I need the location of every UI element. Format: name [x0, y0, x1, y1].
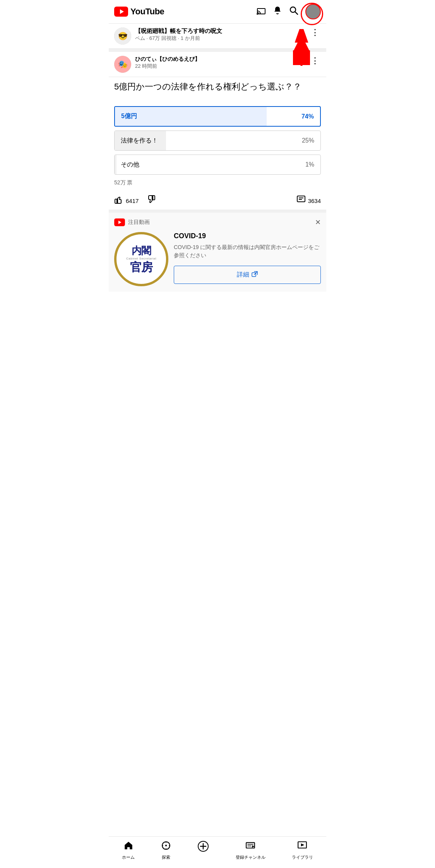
youtube-logo-icon [114, 7, 128, 17]
covid-detail-label: 詳細 [237, 271, 249, 279]
external-link-icon [252, 271, 258, 278]
search-icon[interactable] [289, 6, 298, 17]
covid-description: COVID-19 に関する最新の情報は内閣官房ホームページをご参照ください [174, 243, 321, 260]
dislike-button[interactable] [146, 195, 156, 206]
svg-rect-10 [297, 196, 305, 202]
video-more-button[interactable]: ⋮ [309, 28, 321, 38]
video-channel-views: ペム · 67万 回視聴 · 1 か月前 [135, 35, 305, 42]
covid-content: 内閣 Cabinet Secretariat 官房 COVID-19 COVID… [114, 232, 321, 286]
covid-card-header-left: 注目動画 [114, 218, 150, 226]
video-channel-avatar[interactable]: 😎 [114, 28, 131, 45]
poll-option-1[interactable]: 5億円 74% [114, 106, 321, 127]
community-post: 🎭 ひのてぃ【ひのめるえび】 22 時間前 ⋮ 5億円か一つの法律を作れる権利ど… [109, 52, 326, 213]
poll-label-3: その他 [121, 161, 139, 169]
header-actions [257, 4, 321, 19]
covid-title: COVID-19 [174, 232, 321, 240]
covid-logo: 内閣 Cabinet Secretariat 官房 [114, 232, 168, 286]
comment-count: 3634 [308, 198, 321, 204]
app-title: YouTube [130, 7, 164, 17]
svg-line-5 [295, 12, 298, 15]
covid-logo-circle: 内閣 Cabinet Secretariat 官房 [114, 232, 168, 286]
covid-logo-bot-text: 官房 [130, 261, 152, 273]
video-title: 【呪術廻戦】帳を下ろす時の呪文 [135, 28, 305, 35]
section-divider [109, 49, 326, 52]
svg-point-3 [257, 14, 258, 14]
poll-label-2: 法律を作る！ [121, 137, 158, 145]
poll-pct-2: 25% [302, 137, 314, 144]
post-meta: ひのてぃ【ひのめるえび】 22 時間前 [135, 56, 305, 70]
poll-pct-1: 74% [301, 113, 314, 120]
covid-close-button[interactable]: ✕ [315, 218, 321, 227]
thumbs-down-icon [146, 195, 156, 206]
covid-yt-logo [114, 218, 125, 226]
covid-card: 注目動画 ✕ 内閣 Cabinet Secretariat 官房 COVID-1… [109, 213, 326, 292]
poll-container: 5億円 74% 法律を作る！ 25% その他 1% [109, 106, 326, 175]
poll-option-3[interactable]: その他 1% [114, 155, 321, 175]
covid-text: COVID-19 COVID-19 に関する最新の情報は内閣官房ホームページをご… [174, 232, 321, 286]
covid-card-header: 注目動画 ✕ [114, 218, 321, 227]
comment-icon [296, 195, 306, 206]
covid-detail-button[interactable]: 詳細 [174, 266, 321, 284]
video-info: 【呪術廻戦】帳を下ろす時の呪文 ペム · 67万 回視聴 · 1 か月前 [135, 28, 305, 42]
logo-container: YouTube [114, 7, 164, 17]
user-avatar[interactable] [305, 4, 321, 19]
post-header: 🎭 ひのてぃ【ひのめるえび】 22 時間前 ⋮ [109, 52, 326, 77]
post-more-button[interactable]: ⋮ [309, 56, 321, 66]
poll-option-2[interactable]: 法律を作る！ 25% [114, 131, 321, 151]
like-button[interactable]: 6417 [114, 195, 139, 206]
thumbs-up-icon [114, 195, 123, 206]
cast-icon[interactable] [257, 6, 266, 17]
covid-logo-top-text: 内閣 [132, 246, 151, 256]
covid-card-label: 注目動画 [128, 219, 150, 226]
post-channel-name: ひのてぃ【ひのめるえび】 [135, 56, 305, 63]
covid-logo-mid-text: Cabinet Secretariat [126, 257, 156, 260]
post-question-text: 5億円か一つの法律を作れる権利どっち選ぶ？？ [114, 80, 321, 93]
post-question-container: 5億円か一つの法律を作れる権利どっち選ぶ？？ [109, 77, 326, 106]
post-actions: 6417 3634 [109, 192, 326, 213]
video-list-item: 😎 【呪術廻戦】帳を下ろす時の呪文 ペム · 67万 回視聴 · 1 か月前 ⋮ [109, 24, 326, 49]
bell-icon[interactable] [273, 6, 282, 17]
poll-label-1: 5億円 [121, 112, 137, 120]
like-count: 6417 [126, 198, 139, 204]
poll-bar-3 [115, 155, 116, 174]
poll-pct-3: 1% [305, 161, 314, 168]
post-time: 22 時間前 [135, 63, 305, 70]
poll-bar-1 [115, 107, 267, 126]
app-header: YouTube [109, 0, 326, 24]
poll-total-votes: 52万 票 [109, 179, 326, 186]
post-channel-avatar[interactable]: 🎭 [114, 56, 131, 73]
comment-button[interactable]: 3634 [296, 195, 321, 206]
